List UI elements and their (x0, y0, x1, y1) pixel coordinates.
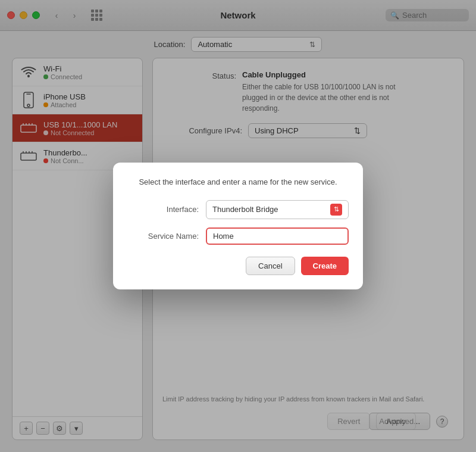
modal-create-button[interactable]: Create (301, 257, 349, 275)
modal-service-name-label: Service Name: (127, 232, 199, 241)
new-service-modal: Select the interface and enter a name fo… (113, 163, 363, 289)
modal-buttons: Cancel Create (127, 257, 349, 275)
modal-service-name-input[interactable] (206, 227, 349, 245)
modal-interface-arrow: ⇅ (330, 204, 342, 216)
modal-interface-label: Interface: (127, 205, 199, 214)
modal-overlay: Select the interface and enter a name fo… (0, 0, 476, 452)
modal-service-name-field: Service Name: (127, 227, 349, 245)
modal-cancel-button[interactable]: Cancel (246, 257, 295, 275)
modal-interface-field: Interface: Thunderbolt Bridge ⇅ (127, 200, 349, 219)
modal-title: Select the interface and enter a name fo… (127, 177, 349, 188)
modal-interface-value: Thunderbolt Bridge (212, 205, 278, 214)
modal-interface-select[interactable]: Thunderbolt Bridge ⇅ (206, 200, 349, 219)
